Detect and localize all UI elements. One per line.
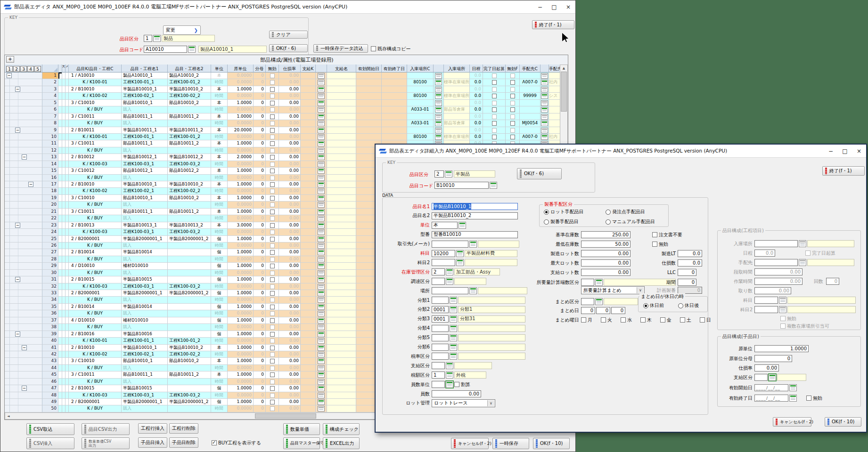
text-input[interactable]: 0 — [826, 278, 839, 285]
calc-browse-icon[interactable] — [318, 291, 325, 296]
change-button[interactable]: 変更 ❯ — [163, 25, 201, 35]
text-input[interactable]: 半製品B10010_1 — [432, 203, 518, 210]
row-number[interactable]: 40 — [42, 338, 58, 344]
browse-icon[interactable] — [446, 268, 453, 275]
calc-browse-icon[interactable] — [318, 270, 325, 276]
row-number[interactable]: 8 — [42, 120, 58, 127]
row-number[interactable]: 10 — [42, 134, 58, 140]
flag-checkbox[interactable] — [492, 135, 497, 139]
clear-button[interactable]: クリア — [269, 31, 308, 39]
browse-icon[interactable] — [769, 374, 776, 381]
level-button-5[interactable]: 5 — [34, 66, 41, 72]
item-code-input[interactable]: A10010 — [144, 46, 187, 53]
calc-browse-icon[interactable] — [318, 399, 325, 405]
browse-icon[interactable] — [450, 297, 457, 304]
text-input[interactable]: 0 — [581, 307, 595, 314]
row-number[interactable]: 49 — [42, 399, 58, 405]
row-number[interactable]: 29 — [42, 263, 58, 269]
tree-collapse-icon[interactable]: − — [15, 128, 20, 133]
text-input[interactable]: 半製品B10010_2 — [432, 212, 518, 219]
csv-import-button[interactable]: CSV取込 — [26, 423, 74, 435]
calc-browse-icon[interactable] — [318, 148, 325, 153]
browse-icon[interactable] — [446, 362, 453, 369]
invalid-checkbox[interactable] — [270, 128, 275, 133]
browse-icon[interactable] — [450, 353, 457, 360]
invalid-checkbox[interactable] — [270, 352, 275, 357]
invalid-checkbox[interactable] — [270, 114, 275, 119]
text-input[interactable]: 0.00 — [754, 287, 791, 294]
row-number[interactable]: 33 — [42, 290, 58, 297]
dialog-ok-f6-button[interactable]: OK(f・6) — [517, 168, 562, 179]
item-master-button[interactable]: 品目マスター保守 — [283, 437, 320, 449]
invalid-checkbox[interactable] — [270, 318, 275, 323]
row-number[interactable]: 26 — [42, 242, 58, 249]
flag-checkbox[interactable] — [492, 73, 497, 78]
row-number[interactable]: 35 — [42, 304, 58, 310]
text-input[interactable] — [581, 279, 594, 286]
dialog-item-kbn-input[interactable]: 2 — [434, 170, 444, 178]
text-input[interactable]: 0.00 — [581, 269, 631, 276]
text-input[interactable] — [754, 297, 778, 304]
grid-header-原単位[interactable]: 原単位 — [228, 65, 254, 73]
calc-browse-icon[interactable] — [541, 73, 548, 79]
text-input[interactable]: 0.0 — [678, 259, 702, 266]
dialog-item-code-input[interactable]: B10010 — [434, 182, 489, 189]
calc-browse-icon[interactable] — [318, 284, 325, 290]
browse-icon[interactable] — [799, 240, 806, 247]
row-number[interactable]: 43 — [42, 358, 58, 364]
invalid-checkbox[interactable] — [270, 230, 275, 234]
text-input[interactable]: 0.00 — [432, 390, 481, 397]
row-number[interactable]: 37 — [42, 317, 58, 324]
grid-header-col14[interactable] — [316, 65, 327, 73]
tree-collapse-icon[interactable]: − — [15, 87, 20, 92]
checkbox[interactable] — [700, 317, 705, 323]
text-input[interactable]: 0 — [678, 279, 696, 286]
flag-checkbox[interactable] — [492, 121, 497, 126]
grid-header-無効F[interactable]: 無効F — [506, 65, 520, 73]
radio-after-holiday[interactable]: 休日後 — [678, 302, 699, 309]
grid-row[interactable]: 2K / K100-01工程K100-01_1工程K100-01_2時間0.00… — [5, 79, 561, 86]
calc-browse-icon[interactable] — [541, 87, 548, 92]
tree-collapse-icon[interactable]: − — [28, 182, 33, 187]
invalid-checkbox[interactable] — [270, 176, 275, 180]
browse-icon[interactable] — [445, 170, 452, 178]
item-kbn-input[interactable]: 1 — [144, 35, 152, 42]
invalid-checkbox[interactable] — [270, 298, 275, 302]
text-input[interactable] — [432, 278, 445, 285]
calc-browse-icon[interactable] — [318, 372, 325, 378]
grid-header-手配先C[interactable]: 手配先C — [520, 65, 540, 73]
invalid-checkbox[interactable] — [270, 237, 275, 242]
checkbox[interactable] — [660, 317, 665, 323]
row-number[interactable]: 30 — [42, 270, 58, 276]
invalid-checkbox[interactable] — [270, 135, 275, 139]
row-number[interactable]: 1 — [42, 73, 58, 79]
row-number[interactable]: 50 — [42, 405, 58, 412]
text-input[interactable]: 10200 — [432, 250, 455, 257]
calc-browse-icon[interactable] — [541, 128, 548, 133]
row-number[interactable]: 2 — [42, 79, 58, 86]
flag-checkbox[interactable] — [510, 135, 515, 139]
calc-browse-icon[interactable] — [541, 134, 548, 140]
browse-icon[interactable] — [469, 287, 477, 294]
calc-browse-icon[interactable] — [435, 73, 442, 79]
invalid-checkbox[interactable] — [270, 210, 275, 214]
text-input[interactable]: 0.0 — [678, 250, 702, 257]
dropdown[interactable]: ロットトレース — [432, 399, 495, 407]
maximize-icon[interactable]: □ — [547, 2, 561, 12]
calc-browse-icon[interactable] — [541, 93, 548, 99]
calc-browse-icon[interactable] — [318, 80, 325, 85]
browse-icon[interactable] — [450, 344, 457, 351]
calc-browse-icon[interactable] — [318, 182, 325, 187]
invalid-checkbox[interactable] — [270, 223, 275, 228]
copy-structure-checkbox[interactable] — [371, 46, 376, 51]
calc-browse-icon[interactable] — [318, 406, 325, 412]
calc-browse-icon[interactable] — [318, 202, 325, 208]
invalid-checkbox[interactable] — [270, 101, 275, 105]
flag-checkbox[interactable] — [510, 107, 515, 112]
text-input[interactable] — [432, 241, 468, 248]
proc-row-insert-button[interactable]: 工程行挿入 — [138, 423, 167, 434]
grid-row[interactable]: 8K / BUY購入時間0.000000.00A033-01部品等倉庫0.0MJ… — [5, 120, 561, 127]
browse-icon[interactable] — [595, 298, 603, 305]
text-input[interactable] — [754, 259, 798, 266]
text-input[interactable]: 0.00 — [754, 278, 802, 285]
